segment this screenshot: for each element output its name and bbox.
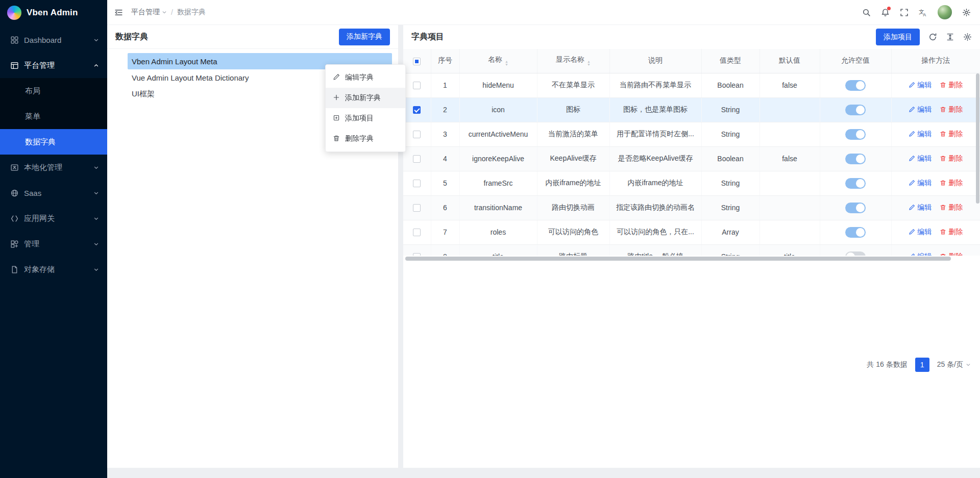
row-checkbox[interactable] [413,229,421,236]
allow-null-toggle[interactable] [845,80,866,91]
page-size-select[interactable]: 25 条/页 [937,360,971,369]
sidebar-item-platform[interactable]: 平台管理 [0,53,107,78]
delete-link[interactable]: 删除 [940,203,963,212]
search-icon[interactable] [862,8,871,17]
app-logo[interactable]: Vben Admin [0,0,107,25]
row-checkbox[interactable] [413,82,421,89]
allow-null-toggle[interactable] [845,227,866,238]
cell-name: hideMenu [459,73,537,97]
context-menu-item-add-new-dictionary[interactable]: 添加新字典 [326,88,405,108]
table-row[interactable]: 7roles可以访问的角色可以访问的角色，只在...Array编辑删除 [403,220,980,244]
allow-null-toggle[interactable] [845,154,866,164]
add-item-button[interactable]: 添加项目 [876,29,920,45]
edit-link[interactable]: 编辑 [909,228,932,237]
column-header-2[interactable]: 名称▲▼ [459,49,537,73]
delete-link[interactable]: 删除 [940,252,963,256]
cell-actions: 编辑删除 [891,146,980,171]
page-number-button[interactable]: 1 [915,358,929,372]
allow-null-toggle[interactable] [845,251,866,256]
column-settings-icon[interactable] [963,33,972,41]
edit-link[interactable]: 编辑 [909,252,932,256]
sidebar-item-dashboard[interactable]: Dashboard [0,27,107,53]
delete-link[interactable]: 删除 [940,105,963,114]
sidebar-item-saas[interactable]: Saas [0,180,107,206]
table-row[interactable]: 6transitionName路由切换动画指定该路由切换的动画名String编辑… [403,195,980,220]
horizontal-scrollbar-thumb[interactable] [405,257,951,261]
breadcrumb-separator: / [171,8,173,16]
content-area: 数据字典 添加新字典 Vben Admin Layout MetaVue Adm… [107,25,980,478]
table-row[interactable]: 4ignoreKeepAliveKeepAlive缓存是否忽略KeepAlive… [403,146,980,171]
table-row[interactable]: 2icon图标图标，也是菜单图标String编辑删除 [403,97,980,122]
add-dictionary-button[interactable]: 添加新字典 [339,29,390,45]
row-checkbox[interactable] [413,106,421,114]
cell-checkbox [403,220,431,244]
delete-link[interactable]: 删除 [940,179,963,188]
items-panel-header: 字典项目 添加项目 [403,25,980,49]
sidebar-item-layout[interactable]: 布局 [0,78,107,104]
edit-link[interactable]: 编辑 [909,179,932,188]
delete-link[interactable]: 删除 [940,130,963,139]
row-checkbox[interactable] [413,253,421,255]
edit-link[interactable]: 编辑 [909,81,932,90]
context-menu-item-delete-dictionary[interactable]: 删除字典 [326,129,405,149]
context-menu-item-add-item[interactable]: 添加项目 [326,108,405,129]
chevron-down-icon [966,362,971,367]
cell-actions: 编辑删除 [891,220,980,244]
edit-label: 编辑 [917,81,932,90]
allow-null-toggle[interactable] [845,203,866,213]
delete-link[interactable]: 删除 [940,228,963,237]
sidebar-item-gateway[interactable]: 应用网关 [0,206,107,231]
settings-gear-icon[interactable] [962,8,971,17]
avatar[interactable] [938,5,952,19]
select-all-checkbox[interactable] [413,58,421,65]
column-header-5: 值类型 [701,49,760,73]
chevron-up-icon [93,63,99,68]
cell-allow-null [820,73,891,97]
edit-link[interactable]: 编辑 [909,154,932,163]
vertical-scrollbar-thumb[interactable] [976,73,979,204]
sidebar-item-data-dictionary[interactable]: 数据字典 [0,129,107,155]
edit-link[interactable]: 编辑 [909,105,932,114]
trash-icon [333,135,340,143]
row-checkbox[interactable] [413,155,421,163]
table-row[interactable]: 5frameSrc内嵌iframe的地址内嵌iframe的地址String编辑删… [403,171,980,195]
column-header-3[interactable]: 显示名称▲▼ [537,49,609,73]
table-row[interactable]: 8title路由标题路由title 一般必填Stringtitle编辑删除 [403,244,980,256]
sidebar-item-object-storage[interactable]: 对象存储 [0,257,107,282]
context-menu-item-edit-dictionary[interactable]: 编辑字典 [326,67,405,88]
row-checkbox[interactable] [413,180,421,187]
vertical-scrollbar[interactable] [976,73,979,437]
row-checkbox[interactable] [413,131,421,138]
table-row[interactable]: 3currentActiveMenu当前激活的菜单用于配置详情页时左侧...St… [403,122,980,146]
sort-icons[interactable]: ▲▼ [505,60,508,66]
sort-icons[interactable]: ▲▼ [587,60,591,66]
notification-icon[interactable] [881,8,890,17]
sidebar-item-localization[interactable]: 本地化管理 [0,155,107,180]
menu-fold-icon[interactable] [114,8,123,17]
sidebar-item-menu[interactable]: 菜单 [0,104,107,129]
allow-null-toggle[interactable] [845,105,866,115]
chevron-down-icon [162,8,167,16]
fullscreen-icon[interactable] [900,8,909,17]
breadcrumb-item-platform[interactable]: 平台管理 [131,8,167,17]
cell-value-type: String [701,244,760,256]
cell-checkbox [403,97,431,122]
cell-description: 内嵌iframe的地址 [609,171,701,195]
sidebar-nav: Dashboard平台管理布局菜单数据字典本地化管理Saas应用网关管理对象存储 [0,25,107,478]
edit-link[interactable]: 编辑 [909,203,932,212]
allow-null-toggle[interactable] [845,129,866,140]
table-row[interactable]: 1hideMenu不在菜单显示当前路由不再菜单显示Booleanfalse编辑删… [403,73,980,97]
delete-link[interactable]: 删除 [940,81,963,90]
translate-icon[interactable]: 文A [919,8,927,17]
allow-null-toggle[interactable] [845,178,866,189]
breadcrumb-label: 数据字典 [177,8,206,17]
sidebar-item-management[interactable]: 管理 [0,231,107,257]
refresh-icon[interactable] [928,33,937,41]
edit-link[interactable]: 编辑 [909,130,932,139]
row-checkbox[interactable] [413,204,421,212]
column-header-label: 默认值 [779,56,800,64]
horizontal-scrollbar[interactable] [405,257,974,261]
row-height-icon[interactable] [946,33,954,41]
delete-link[interactable]: 删除 [940,154,963,163]
cell-name: transitionName [459,195,537,220]
